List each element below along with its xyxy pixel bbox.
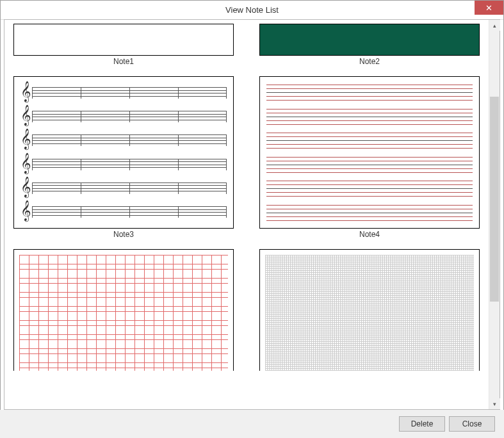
treble-clef-icon: 𝄞 xyxy=(20,154,31,172)
scroll-thumb[interactable] xyxy=(490,97,499,302)
note-item-3[interactable]: 𝄞 𝄞 𝄞 𝄞 𝄞 𝄞 Note3 xyxy=(13,76,234,245)
footer-bar: Delete Close xyxy=(0,410,504,438)
note-thumbnail xyxy=(259,76,480,229)
vertical-scrollbar[interactable]: ▴ ▾ xyxy=(489,20,500,409)
close-icon: ✕ xyxy=(485,3,492,13)
treble-clef-icon: 𝄞 xyxy=(20,178,31,196)
close-button[interactable]: Close xyxy=(449,416,495,432)
red-grid-icon xyxy=(19,255,228,371)
treble-clef-icon: 𝄞 xyxy=(20,83,31,101)
note-item-1[interactable]: Note1 xyxy=(13,24,234,72)
treble-clef-icon: 𝄞 xyxy=(20,130,31,148)
note-thumbnail xyxy=(13,24,234,56)
note-item-5[interactable] xyxy=(13,249,234,371)
scroll-down-icon[interactable]: ▾ xyxy=(489,398,500,409)
note-thumbnail xyxy=(259,24,480,56)
note-label: Note3 xyxy=(13,229,234,245)
note-label: Note4 xyxy=(259,229,480,245)
note-item-2[interactable]: Note2 xyxy=(259,24,480,72)
delete-button[interactable]: Delete xyxy=(399,416,445,432)
window-title: View Note List xyxy=(1,5,503,15)
titlebar: View Note List ✕ xyxy=(1,1,503,20)
treble-clef-icon: 𝄞 xyxy=(20,202,31,220)
content-panel: Note1 Note2 𝄞 𝄞 𝄞 𝄞 𝄞 𝄞 xyxy=(4,19,500,410)
note-label: Note1 xyxy=(13,56,234,72)
note-list-scroll-area: Note1 Note2 𝄞 𝄞 𝄞 𝄞 𝄞 𝄞 xyxy=(4,20,489,409)
green-board-icon xyxy=(260,24,479,55)
treble-clef-icon: 𝄞 xyxy=(20,106,31,124)
scroll-up-icon[interactable]: ▴ xyxy=(489,20,500,31)
note-thumbnail: 𝄞 𝄞 𝄞 𝄞 𝄞 𝄞 xyxy=(13,76,234,229)
note-item-6[interactable] xyxy=(259,249,480,371)
note-thumbnail xyxy=(13,249,234,371)
lined-paper-icon xyxy=(266,85,473,220)
note-item-4[interactable]: Note4 xyxy=(259,76,480,245)
music-staff-icon: 𝄞 𝄞 𝄞 𝄞 𝄞 𝄞 xyxy=(20,85,227,220)
note-grid: Note1 Note2 𝄞 𝄞 𝄞 𝄞 𝄞 𝄞 xyxy=(13,24,480,371)
note-thumbnail xyxy=(259,249,480,371)
graph-paper-icon xyxy=(265,255,474,371)
note-label: Note2 xyxy=(259,56,480,72)
window-close-button[interactable]: ✕ xyxy=(475,1,503,15)
